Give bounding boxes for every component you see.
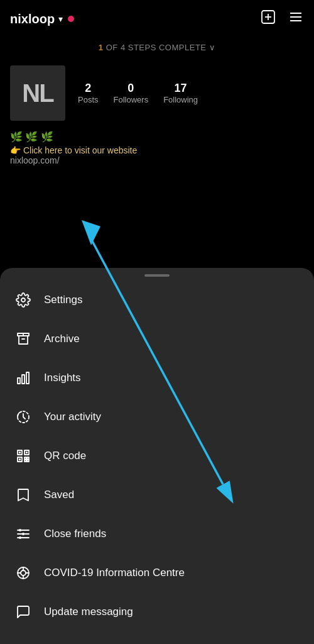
- insights-icon: [15, 370, 31, 386]
- menu-item-close-friends[interactable]: Close friends: [0, 514, 314, 553]
- posts-count: 2: [85, 82, 91, 95]
- menu-item-qr[interactable]: QR code: [0, 436, 314, 475]
- posts-stat[interactable]: 2 Posts: [78, 82, 99, 104]
- bio-link-icon: 👉: [10, 145, 21, 155]
- svg-rect-20: [27, 460, 29, 462]
- bottom-sheet: Settings Archive Insights: [0, 268, 314, 644]
- menu-item-covid[interactable]: COVID-19 Information Centre: [0, 553, 314, 592]
- covid-icon: [15, 565, 31, 581]
- steps-total: 4: [121, 43, 126, 52]
- svg-point-24: [19, 529, 21, 531]
- svg-point-28: [21, 570, 26, 575]
- menu-item-activity[interactable]: Your activity: [0, 397, 314, 436]
- menu-item-messaging[interactable]: Update messaging: [0, 592, 314, 631]
- steps-label: STEPS COMPLETE: [128, 43, 209, 52]
- followers-label: Followers: [114, 95, 149, 104]
- following-stat[interactable]: 17 Following: [163, 82, 198, 104]
- top-header: nixloop ▾: [0, 0, 314, 38]
- steps-current: 1: [99, 43, 104, 52]
- posts-label: Posts: [78, 95, 99, 104]
- svg-rect-9: [26, 372, 29, 384]
- settings-label: Settings: [44, 294, 82, 306]
- steps-banner[interactable]: 1 OF 4 STEPS COMPLETE ∨: [0, 38, 314, 59]
- profile-stats: 2 Posts 0 Followers 17 Following: [78, 82, 304, 104]
- svg-point-25: [22, 533, 24, 535]
- covid-label: COVID-19 Information Centre: [44, 567, 185, 579]
- steps-text: 1 OF 4 STEPS COMPLETE ∨: [99, 43, 215, 52]
- add-post-icon[interactable]: [260, 9, 276, 29]
- svg-rect-14: [19, 452, 21, 453]
- handle-bar: [144, 274, 170, 277]
- online-dot: [68, 16, 74, 22]
- bio-icons: 🌿 🌿 🌿: [10, 131, 304, 143]
- menu-item-saved[interactable]: Saved: [0, 475, 314, 514]
- svg-rect-19: [24, 460, 26, 462]
- insights-label: Insights: [44, 372, 81, 384]
- username-area: nixloop ▾: [10, 12, 74, 26]
- svg-marker-35: [82, 220, 100, 245]
- followers-stat[interactable]: 0 Followers: [114, 82, 149, 104]
- archive-label: Archive: [44, 333, 80, 345]
- steps-of: OF: [106, 43, 121, 52]
- sheet-handle: [0, 268, 314, 280]
- svg-rect-15: [26, 452, 28, 453]
- close-friends-icon: [15, 526, 31, 542]
- bio-url[interactable]: nixloop.com/: [10, 155, 304, 165]
- header-icons: [260, 9, 304, 29]
- svg-rect-7: [18, 378, 20, 384]
- svg-rect-8: [22, 375, 24, 384]
- bio-link[interactable]: 👉 Click here to visit our website: [10, 145, 304, 155]
- menu-item-settings[interactable]: Settings: [0, 280, 314, 319]
- hamburger-menu-icon[interactable]: [288, 9, 304, 29]
- activity-label: Your activity: [44, 411, 101, 423]
- avatar-initials: NL: [22, 79, 53, 108]
- svg-point-6: [21, 298, 25, 302]
- steps-chevron: ∨: [209, 43, 216, 52]
- following-label: Following: [163, 95, 198, 104]
- profile-bio: 🌿 🌿 🌿 👉 Click here to visit our website …: [0, 131, 314, 174]
- saved-label: Saved: [44, 489, 74, 501]
- messaging-icon: [15, 604, 31, 620]
- chevron-down-icon[interactable]: ▾: [58, 14, 63, 24]
- avatar: NL: [10, 65, 65, 121]
- activity-icon: [15, 409, 31, 425]
- archive-icon: [15, 331, 31, 347]
- menu-item-archive[interactable]: Archive: [0, 319, 314, 358]
- close-friends-label: Close friends: [44, 528, 106, 540]
- svg-rect-16: [19, 458, 21, 460]
- qr-label: QR code: [44, 450, 86, 462]
- followers-count: 0: [127, 82, 134, 95]
- saved-icon: [15, 487, 31, 503]
- following-count: 17: [175, 82, 187, 95]
- svg-rect-18: [27, 457, 29, 459]
- messaging-label: Update messaging: [44, 606, 133, 618]
- menu-item-insights[interactable]: Insights: [0, 358, 314, 397]
- qr-icon: [15, 448, 31, 464]
- svg-rect-17: [24, 457, 26, 459]
- settings-icon: [15, 292, 31, 308]
- username-label: nixloop: [10, 12, 55, 26]
- svg-point-26: [19, 536, 21, 539]
- profile-section: NL 2 Posts 0 Followers 17 Following: [0, 59, 314, 131]
- bio-link-text: Click here to visit our website: [23, 145, 137, 155]
